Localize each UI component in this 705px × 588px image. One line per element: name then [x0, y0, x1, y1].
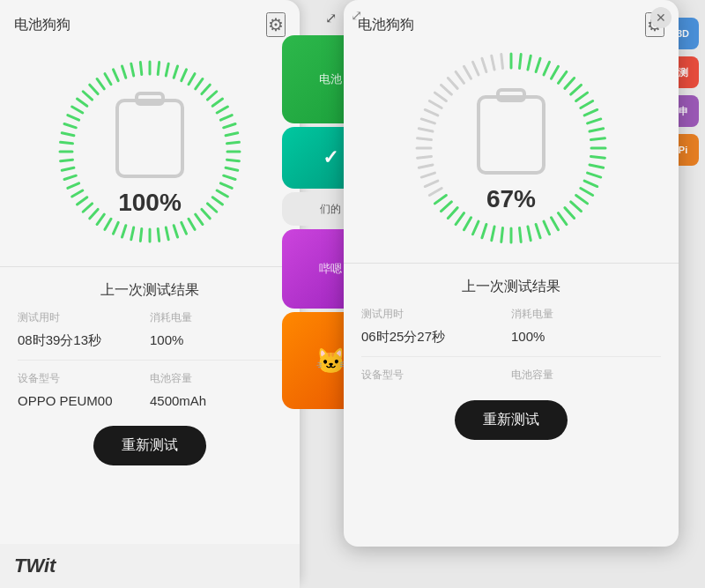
- svg-line-58: [131, 63, 134, 76]
- svg-line-65: [528, 56, 531, 70]
- svg-line-11: [220, 115, 232, 121]
- svg-line-55: [105, 74, 111, 85]
- left-card-title: 电池狗狗: [14, 16, 70, 34]
- svg-line-31: [140, 229, 141, 242]
- left-card: 电池狗狗 ⚙: [0, 0, 300, 588]
- left-col1-label: 测试用时: [18, 310, 150, 325]
- svg-line-67: [544, 62, 550, 75]
- svg-line-109: [418, 138, 432, 140]
- right-card-title: 电池狗狗: [358, 16, 414, 34]
- svg-line-28: [166, 227, 168, 240]
- svg-line-114: [434, 93, 446, 100]
- svg-line-85: [571, 202, 582, 212]
- svg-line-19: [220, 183, 232, 189]
- svg-line-96: [482, 225, 486, 238]
- svg-line-100: [448, 208, 457, 219]
- left-stats-title: 上一次测试结果: [18, 281, 282, 300]
- svg-line-66: [536, 58, 540, 71]
- left-card-header: 电池狗狗 ⚙: [0, 0, 300, 46]
- left-col3-label: 设备型号: [18, 371, 150, 386]
- left-stats-grid2: 设备型号 电池容量 OPPO PEUM00 4500mAh: [18, 371, 282, 408]
- right-col1-label: 测试用时: [361, 307, 511, 322]
- right-col2-value: 100%: [511, 329, 661, 346]
- svg-line-9: [212, 99, 222, 106]
- svg-line-53: [90, 85, 98, 93]
- svg-line-12: [224, 123, 235, 127]
- left-retest-button[interactable]: 重新测试: [93, 426, 206, 465]
- svg-rect-60: [117, 100, 182, 176]
- svg-line-81: [588, 173, 601, 177]
- twit-bar: TWit: [0, 544, 300, 588]
- window-controls: ✕: [650, 7, 672, 28]
- left-battery-svg: [110, 86, 189, 183]
- svg-line-40: [72, 190, 83, 197]
- left-battery-circle: 100%: [53, 55, 247, 249]
- svg-line-8: [207, 92, 216, 100]
- svg-line-44: [61, 160, 73, 160]
- svg-line-51: [77, 99, 86, 106]
- svg-line-120: [482, 58, 486, 71]
- svg-line-24: [196, 214, 203, 224]
- svg-line-22: [207, 204, 216, 212]
- left-col1-value: 08时39分13秒: [18, 332, 150, 349]
- right-col1-value: 06时25分27秒: [361, 329, 511, 346]
- svg-line-95: [492, 227, 494, 241]
- svg-line-50: [72, 107, 83, 113]
- svg-line-76: [590, 129, 604, 131]
- expand-icon[interactable]: ⤢: [325, 10, 337, 26]
- left-col4-value: 4500mAh: [150, 393, 282, 408]
- svg-line-37: [90, 209, 98, 218]
- svg-line-73: [581, 101, 593, 108]
- svg-line-17: [226, 167, 238, 170]
- svg-line-102: [434, 195, 446, 203]
- svg-line-41: [68, 183, 79, 189]
- expand-button[interactable]: ⤢: [351, 7, 362, 24]
- svg-line-16: [227, 160, 240, 160]
- svg-line-39: [77, 197, 86, 205]
- svg-line-115: [441, 85, 451, 94]
- left-col2-label: 消耗电量: [150, 310, 282, 325]
- svg-line-71: [571, 85, 582, 94]
- svg-line-35: [105, 219, 111, 229]
- right-stats-title: 上一次测试结果: [361, 278, 661, 296]
- svg-line-103: [429, 189, 442, 196]
- close-button[interactable]: ✕: [650, 7, 672, 28]
- right-col2-label: 消耗电量: [511, 307, 661, 322]
- svg-line-70: [565, 78, 575, 88]
- svg-line-75: [588, 119, 601, 123]
- svg-line-112: [425, 109, 438, 115]
- svg-line-121: [492, 56, 494, 70]
- svg-line-3: [174, 66, 177, 78]
- svg-line-79: [591, 157, 605, 159]
- svg-line-26: [182, 222, 187, 234]
- right-card: ✕ ⤢ 电池狗狗 ⚙: [344, 0, 679, 547]
- svg-line-57: [122, 66, 125, 78]
- svg-line-42: [64, 175, 76, 179]
- svg-line-98: [464, 218, 471, 230]
- expand-controls: ⤢: [351, 7, 362, 24]
- left-col4-label: 电池容量: [150, 371, 282, 386]
- left-divider: [18, 360, 282, 361]
- svg-line-106: [419, 165, 433, 167]
- svg-rect-123: [479, 97, 544, 173]
- right-battery-svg: [471, 83, 551, 180]
- right-retest-button[interactable]: 重新测试: [455, 400, 568, 440]
- svg-line-92: [520, 228, 522, 242]
- svg-line-56: [114, 70, 119, 81]
- svg-line-110: [419, 129, 433, 131]
- right-battery-icon-wrap: 67%: [471, 83, 551, 213]
- svg-line-34: [114, 222, 119, 234]
- svg-line-2: [166, 63, 168, 76]
- right-stats-section: 上一次测试结果 测试用时 消耗电量 06时25分27秒 100% 设备型号 电池…: [344, 263, 679, 397]
- left-col2-value: 100%: [150, 332, 282, 349]
- right-divider: [361, 356, 661, 357]
- svg-line-36: [97, 214, 104, 224]
- svg-line-117: [456, 71, 464, 83]
- svg-line-4: [182, 70, 187, 81]
- svg-line-101: [441, 202, 451, 212]
- app-tile-battery-label: 电池: [319, 71, 342, 87]
- right-col3-label: 设备型号: [361, 368, 511, 383]
- app-tile-orange-icon: 🐱: [315, 346, 346, 376]
- svg-line-14: [227, 142, 240, 143]
- svg-line-38: [83, 204, 92, 212]
